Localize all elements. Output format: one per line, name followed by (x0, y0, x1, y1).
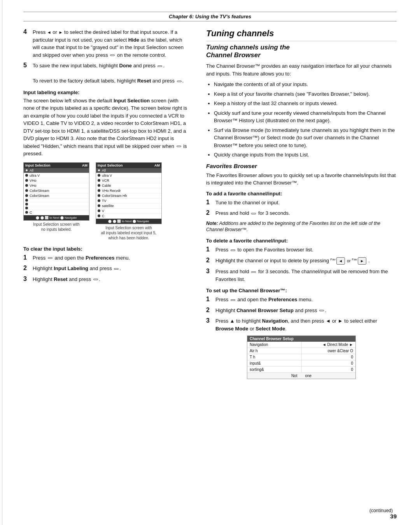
rdot-4 (98, 184, 100, 187)
rdot-2 (98, 174, 100, 177)
screen-left: Input Selection AM All ultra V VHo VHo C… (23, 162, 89, 221)
add-note: Note: Additions are added to the beginni… (206, 220, 397, 234)
remote-btn-del1 (231, 249, 235, 251)
step-5: 5 To save the new input labels, highligh… (23, 62, 191, 85)
channel-browser-intro: The Channel Browser™ provides an easy na… (206, 62, 397, 77)
remote-btn-fav2: ► (358, 257, 366, 265)
cbs-table-row-t: T h 0 (247, 354, 355, 360)
cbs-step-3-content: Press ▲ to highlight Navigation, and the… (215, 317, 397, 332)
remote-btn-reset (177, 81, 182, 82)
rdot-8 (98, 204, 100, 207)
screen-row-6: ColorStream (24, 193, 89, 198)
cbs-cell-input-value: 0 (301, 360, 356, 366)
select-mode-bold: Select Mode (256, 326, 285, 332)
clear-step-2-content: Highlight Input Labeling and press . (33, 265, 121, 272)
right-column: Tuning channels Tuning channels using th… (206, 28, 397, 379)
cbs-table-header: Channel Browser Setup (247, 336, 355, 342)
cbs-cell-input-label: input& (247, 360, 301, 366)
chapter-header: Chapter 6: Using the TV's features (23, 12, 397, 21)
screen-right-row-1: All (96, 168, 161, 173)
clear-step-3-content: Highlight Reset and press . (33, 276, 100, 283)
cbs-step-2-num: 2 (206, 307, 212, 314)
done-label: Done (119, 63, 132, 68)
dot-6 (25, 194, 28, 197)
bullet-4: Quickly surf and tune your recently view… (214, 109, 397, 125)
left-border (0, 0, 2, 525)
screen-row-4: VHo (24, 183, 89, 188)
cbs-table-footer: Not one (247, 373, 355, 379)
bullet-2: Keep a list of your favorite channels (s… (214, 90, 397, 98)
step-4-number: 4 (23, 28, 30, 35)
cbs-table-row-input: input& 0 (247, 360, 355, 367)
add-step-1: 1 Tune to the channel or input. (206, 199, 397, 207)
delete-step-3-content: Press and hold for 3 seconds. The channe… (215, 268, 397, 283)
screen-row-10: C (24, 210, 89, 215)
cbs-table-row-nav: Navigation ◄ Direct Mode ► (247, 342, 355, 348)
page: Chapter 6: Using the TV's features 4 Pre… (0, 0, 420, 525)
screen-right-title: Input Selection (98, 163, 123, 167)
clear-step-1-content: Press and open the Preferences menu. (33, 254, 130, 262)
navigation-bold: Navigation (262, 318, 288, 324)
to-delete-header: To delete a favorite channel/input: (206, 238, 397, 244)
bullet-3: Keep a history of the last 32 channels o… (214, 100, 397, 107)
screen-right-header: Input Selection AM (96, 163, 161, 168)
remote-btn-clear1 (48, 257, 52, 259)
up-arrow-bold: ▲ (230, 318, 235, 324)
screens-row: Input Selection AM All ultra V VHo VHo C… (23, 162, 191, 241)
delete-step-2-num: 2 (206, 257, 212, 264)
cbs-cell-t-label: T h (247, 354, 301, 360)
screen-row-9 (24, 206, 89, 210)
rdot-1 (98, 169, 100, 172)
rdot-3 (98, 179, 100, 182)
screen-left-title: Input Selection (25, 163, 51, 167)
step-4-content: Press ◄ or ► to select the desired label… (33, 28, 191, 59)
screen-row-1: All (24, 168, 89, 173)
channel-browser-setup-bold: Channel Browser Setup (236, 307, 294, 313)
clear-step-1-num: 1 (23, 254, 30, 261)
left-column: 4 Press ◄ or ► to select the desired lab… (23, 28, 191, 379)
remote-btn-clear2 (114, 268, 119, 270)
rdot-10 (98, 214, 100, 217)
remote-btn-clear3 (93, 279, 98, 280)
screen-right-row-4: Cable (96, 183, 161, 188)
delete-step-1-num: 1 (206, 246, 212, 253)
screen-left-footer: ⬤ ⬤ ⬜ to Next ⬤ Navigate (24, 215, 89, 220)
bullet-6: Quickly change inputs from the Inputs Li… (214, 151, 397, 159)
screen-row-7 (24, 198, 89, 202)
remote-btn-inline (110, 54, 115, 56)
step-5-content: To save the new input labels, highlight … (33, 62, 184, 85)
cbs-step-2-content: Highlight Channel Browser Setup and pres… (215, 307, 326, 314)
rdot-7 (98, 199, 100, 202)
input-labeling-example: Input labeling example: The screen below… (23, 90, 191, 241)
screen-right: Input Selection AM All ultra V VCR Cable… (96, 162, 162, 224)
step-4: 4 Press ◄ or ► to select the desired lab… (23, 28, 191, 59)
cbs-step-1: 1 Press and open the Preferences menu. (206, 296, 397, 304)
remote-btn-done (158, 65, 162, 67)
cbs-step-list: 1 Press and open the Preferences menu. 2… (206, 296, 397, 332)
delete-step-2-content: Highlight the channel or input to delete… (215, 257, 370, 265)
screen-right-am: AM (154, 163, 160, 167)
cbs-step-1-num: 1 (206, 296, 212, 303)
channel-browser-setup-header: To set up the Channel Browser™: (206, 288, 397, 293)
rdot-9 (98, 209, 100, 212)
input-labeling-bold: Input Labeling (54, 265, 88, 271)
screen-left-header: Input Selection AM (24, 163, 89, 168)
two-column-layout: 4 Press ◄ or ► to select the desired lab… (23, 28, 397, 379)
clear-step-list: 1 Press and open the Preferences menu. 2… (23, 254, 191, 283)
bullet-1: Navigate the contents of all of your inp… (214, 81, 397, 88)
clear-step-2-num: 2 (23, 265, 30, 272)
screen-left-caption: Input Selection screen withno inputs lab… (23, 222, 89, 232)
cbs-step-1-content: Press and open the Preferences menu. (215, 296, 313, 304)
dot-9 (25, 207, 28, 209)
favorites-browser-intro: The Favorites Browser allows you to quic… (206, 172, 397, 187)
remote-btn-cbs2 (319, 310, 324, 311)
remote-btn-fav: ◄ (336, 257, 345, 265)
screen-right-footer: ⬤ ⬤ ⬜ to Next ⬤ Navigate (96, 219, 161, 224)
to-clear-section: To clear the input labels: 1 Press and o… (23, 246, 191, 283)
dot-5 (25, 189, 28, 192)
clear-step-1: 1 Press and open the Preferences menu. (23, 254, 191, 262)
screen-row-2: ultra V (24, 173, 89, 178)
add-step-list: 1 Tune to the channel or input. 2 Press … (206, 199, 397, 217)
screen-right-row-7: TV (96, 198, 161, 204)
dot-10 (25, 211, 28, 214)
